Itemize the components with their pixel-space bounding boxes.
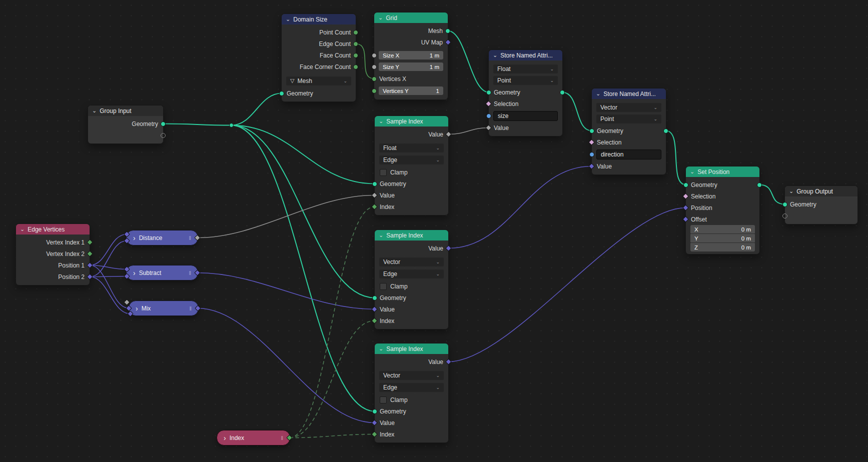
vertex-index-2-output-socket[interactable] — [87, 250, 93, 257]
collapse-icon[interactable]: ⌄ — [92, 108, 97, 114]
geometry-input-socket[interactable] — [372, 182, 377, 186]
node-header[interactable]: ⌄ Group Output — [785, 186, 857, 196]
data-type-dropdown[interactable]: Float ⌄ — [493, 64, 558, 74]
node-header[interactable]: ⌄ Sample Index — [375, 116, 448, 126]
geometry-output-socket[interactable] — [161, 122, 166, 126]
collapse-icon[interactable]: ⌄ — [596, 91, 600, 96]
name-input-socket[interactable] — [486, 114, 491, 118]
size-x-field[interactable]: Size X1 m — [379, 51, 443, 60]
collapse-icon[interactable]: ⌄ — [20, 226, 25, 232]
node-header[interactable]: ⌄ Set Position — [686, 166, 759, 177]
node-header[interactable]: ⌄ Grid — [374, 12, 448, 23]
selection-input-socket[interactable] — [682, 193, 689, 200]
uv-map-output-socket[interactable] — [445, 39, 451, 46]
node-sample-index-2[interactable]: ⌄ Sample Index Value Vector ⌄ Edge ⌄ Cla… — [374, 230, 449, 330]
node-editor-canvas[interactable]: ⌄ Group Input Geometry ⌄ Domain Size Poi… — [0, 0, 868, 462]
face-corner-count-output-socket[interactable] — [353, 64, 358, 70]
domain-dropdown[interactable]: Edge ⌄ — [379, 156, 444, 164]
index-input-socket[interactable] — [371, 431, 378, 438]
expand-icon[interactable]: › — [136, 305, 138, 312]
value-input-socket[interactable] — [371, 420, 378, 426]
data-type-dropdown[interactable]: Float ⌄ — [379, 144, 444, 152]
geometry-input-socket[interactable] — [782, 202, 787, 207]
component-dropdown[interactable]: ▽ Mesh ⌄ — [286, 76, 351, 86]
node-header[interactable]: ⌄ Edge Vertices — [16, 224, 90, 234]
value-input-socket[interactable] — [371, 306, 378, 312]
domain-dropdown[interactable]: Point ⌄ — [596, 114, 661, 124]
collapse-icon[interactable]: ⌄ — [378, 15, 383, 20]
node-group-output[interactable]: ⌄ Group Output Geometry — [784, 186, 858, 224]
value-output-socket[interactable] — [445, 131, 452, 138]
node-header[interactable]: ⌄ Store Named Attri... — [489, 50, 562, 60]
expand-icon[interactable]: › — [224, 434, 226, 442]
collapse-icon[interactable]: ⌄ — [379, 118, 383, 124]
node-header[interactable]: ⌄ Sample Index — [375, 230, 448, 240]
node-index-collapsed[interactable]: › Index ‖ — [217, 430, 290, 446]
expand-icon[interactable]: › — [133, 234, 136, 242]
size-x-input-socket[interactable] — [372, 53, 377, 58]
vector-output-socket[interactable] — [195, 305, 201, 312]
node-mix-collapsed[interactable]: › Mix ‖ — [129, 300, 199, 316]
vector-input-socket[interactable] — [124, 231, 130, 238]
node-set-position[interactable]: ⌄ Set Position Geometry Selection Positi… — [685, 166, 760, 254]
node-header[interactable]: ⌄ Group Input — [88, 106, 163, 116]
vector-input-socket[interactable] — [124, 238, 130, 244]
geometry-input-socket[interactable] — [589, 128, 594, 134]
vector-output-socket[interactable] — [194, 270, 201, 276]
vector-input-socket[interactable] — [126, 305, 132, 312]
value-output-socket[interactable] — [194, 234, 201, 241]
factor-input-socket[interactable] — [124, 299, 130, 306]
value-output-socket[interactable] — [445, 245, 452, 252]
value-input-socket[interactable] — [588, 163, 595, 170]
clamp-checkbox[interactable] — [380, 169, 387, 176]
collapse-icon[interactable]: ⌄ — [493, 52, 497, 58]
virtual-input-socket[interactable] — [782, 214, 787, 218]
domain-dropdown[interactable]: Point ⌄ — [493, 76, 558, 85]
domain-dropdown[interactable]: Edge ⌄ — [379, 270, 444, 278]
node-store-named-attribute-1[interactable]: ⌄ Store Named Attri... Float ⌄ Point ⌄ G… — [488, 50, 563, 136]
node-group-input[interactable]: ⌄ Group Input Geometry — [88, 105, 164, 144]
node-store-named-attribute-2[interactable]: ⌄ Store Named Attri... Vector ⌄ Point ⌄ … — [591, 88, 666, 175]
clamp-checkbox[interactable] — [380, 283, 387, 290]
node-domain-size[interactable]: ⌄ Domain Size Point Count Edge Count Fac… — [281, 14, 356, 102]
size-y-field[interactable]: Size Y1 m — [379, 62, 443, 71]
virtual-output-socket[interactable] — [161, 133, 166, 138]
geometry-input-socket[interactable] — [372, 409, 377, 414]
collapse-icon[interactable]: ⌄ — [286, 16, 290, 22]
size-y-input-socket[interactable] — [372, 64, 377, 70]
offset-input-socket[interactable] — [682, 216, 689, 222]
point-count-output-socket[interactable] — [353, 30, 358, 35]
attribute-name-field[interactable]: size — [493, 111, 558, 121]
mesh-output-socket[interactable] — [445, 28, 450, 34]
offset-z-field[interactable]: Z0 m — [690, 243, 755, 252]
vertices-y-field[interactable]: Vertices Y1 — [379, 86, 443, 95]
geometry-output-socket[interactable] — [757, 182, 762, 188]
node-header[interactable]: ⌄ Sample Index — [375, 344, 448, 354]
node-distance-collapsed[interactable]: › Distance ‖ — [126, 230, 198, 246]
geometry-output-socket[interactable] — [560, 90, 565, 95]
node-subtract-collapsed[interactable]: › Subtract ‖ — [126, 265, 198, 280]
vector-input-socket[interactable] — [124, 266, 130, 272]
geometry-output-socket[interactable] — [663, 128, 668, 134]
value-output-socket[interactable] — [445, 358, 452, 365]
vertex-index-1-output-socket[interactable] — [87, 239, 93, 246]
data-type-dropdown[interactable]: Vector ⌄ — [379, 258, 444, 266]
node-edge-vertices[interactable]: ⌄ Edge Vertices Vertex Index 1 Vertex In… — [16, 224, 90, 286]
data-type-dropdown[interactable]: Vector ⌄ — [379, 371, 444, 380]
index-input-socket[interactable] — [371, 318, 378, 324]
value-input-socket[interactable] — [485, 124, 492, 131]
selection-input-socket[interactable] — [588, 139, 595, 146]
node-header[interactable]: ⌄ Store Named Attri... — [592, 88, 666, 99]
expand-icon[interactable]: › — [133, 270, 136, 276]
index-output-socket[interactable] — [286, 434, 293, 441]
collapse-icon[interactable]: ⌄ — [379, 232, 383, 238]
position-2-output-socket[interactable] — [87, 274, 93, 280]
data-type-dropdown[interactable]: Vector ⌄ — [596, 103, 661, 112]
vertices-x-input-socket[interactable] — [372, 76, 377, 82]
geometry-input-socket[interactable] — [372, 296, 377, 300]
position-1-output-socket[interactable] — [87, 262, 93, 268]
geometry-input-socket[interactable] — [279, 91, 284, 96]
collapse-icon[interactable]: ⌄ — [379, 346, 383, 352]
vector-input-socket[interactable] — [124, 273, 130, 280]
offset-y-field[interactable]: Y0 m — [690, 234, 755, 242]
